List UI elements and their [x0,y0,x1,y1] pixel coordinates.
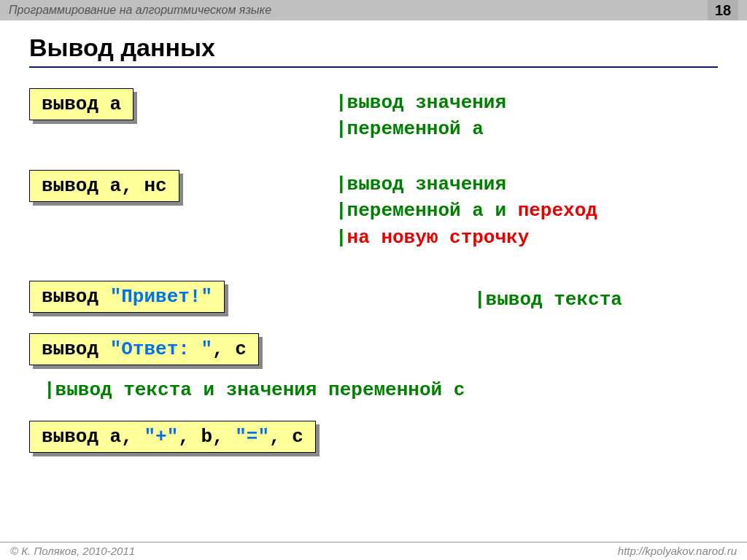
text-segment: "=" [235,426,269,448]
text-segment: | [336,227,347,249]
text-segment: вывод значения [347,92,506,114]
text-segment: вывод [42,286,110,308]
footer-url: http://kpolyakov.narod.ru [618,545,737,557]
example-row: вывод "Привет!"|вывод текста [29,281,718,317]
footer: © К. Поляков, 2010-2011 http://kpolyakov… [0,542,747,557]
text-segment: "+" [144,426,178,448]
text-segment: | [44,379,55,401]
text-segment: на новую строчку [347,227,530,249]
example-row: вывод a, "+", b, "=", c [29,421,718,453]
text-segment: | [336,174,347,195]
description: |вывод текста [474,287,622,313]
text-segment: , c [212,338,247,360]
text-segment: , b, [178,426,235,448]
text-segment: | [336,92,347,114]
text-segment: вывод a, нс [42,175,167,197]
description: |вывод значения|переменной a [336,90,506,143]
text-segment: "Привет!" [110,286,212,308]
text-segment: вывод текста [486,289,622,311]
text-segment: вывод a [42,93,121,115]
text-segment: | [474,289,486,311]
text-segment: , c [269,426,303,448]
title-underline [29,66,718,68]
text-segment: вывод a, [42,426,144,448]
text-segment: переменной a и [347,200,518,222]
header-bar: Программирование на алгоритмическом язык… [0,0,747,20]
text-segment: | [336,200,347,222]
example-row: вывод a, нс|вывод значения|переменной a … [29,170,718,265]
code-box: вывод "Привет!" [29,281,225,313]
code-box: вывод a, "+", b, "=", c [29,421,316,453]
description: |вывод текста и значения переменной c [44,377,718,403]
code-box: вывод a, нс [29,170,179,202]
rows-container: вывод a|вывод значения|переменной aвывод… [29,88,718,453]
footer-copyright: © К. Поляков, 2010-2011 [10,545,135,557]
page-number: 18 [708,0,738,20]
description: |вывод значения|переменной a и переход|н… [336,171,597,251]
example-row: вывод "Ответ: ", c [29,333,718,365]
text-segment: вывод значения [347,174,506,195]
text-segment: вывод [42,338,110,360]
text-segment: переход [518,200,597,222]
text-segment: "Ответ: " [110,338,212,360]
course-title: Программирование на алгоритмическом язык… [9,4,271,17]
code-box: вывод "Ответ: ", c [29,333,259,365]
slide-title: Вывод данных [29,29,718,66]
content-area: Вывод данных вывод a|вывод значения|пере… [0,20,747,453]
text-segment: | [336,118,347,140]
text-segment: вывод текста и значения переменной c [55,379,465,401]
code-box: вывод a [29,88,133,120]
text-segment: переменной a [347,118,484,140]
example-row: вывод a|вывод значения|переменной a [29,88,718,154]
slide: Программирование на алгоритмическом язык… [0,0,747,560]
